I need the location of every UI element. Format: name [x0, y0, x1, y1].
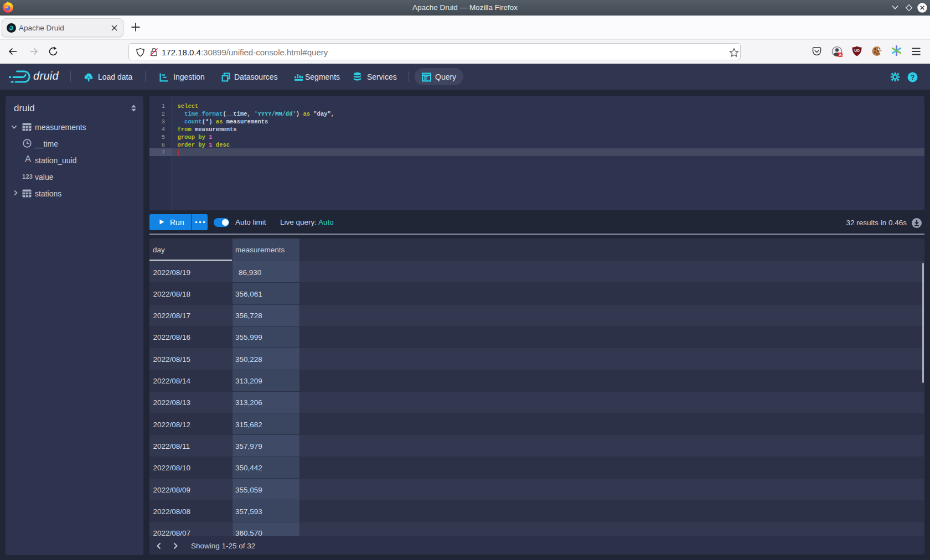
svg-text:UO: UO — [854, 49, 860, 53]
svg-text:?: ? — [911, 74, 915, 81]
